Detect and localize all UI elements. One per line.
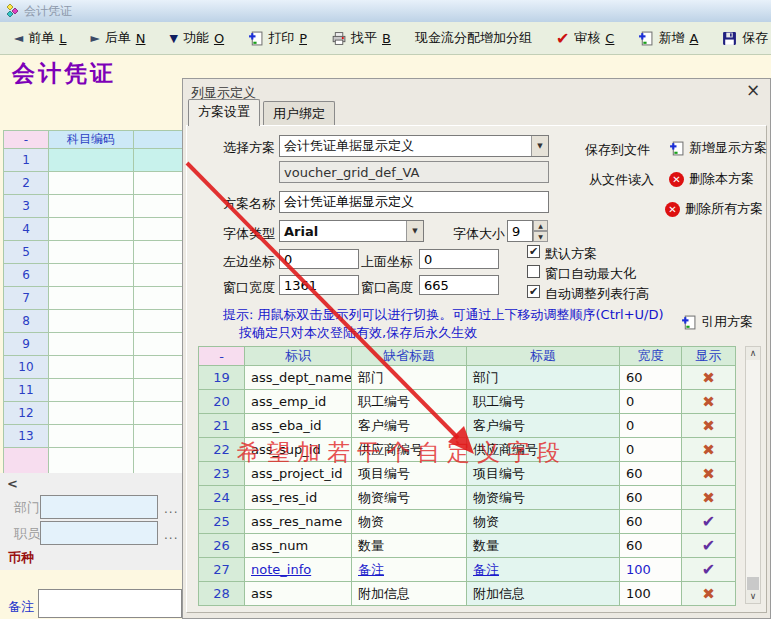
width-cell[interactable]: 60 [620, 366, 682, 390]
voucher-row-number[interactable]: 8 [4, 310, 49, 333]
voucher-cell[interactable] [49, 241, 134, 264]
scroll-up-icon[interactable]: ∧ [746, 347, 760, 360]
font-type-combo[interactable]: Arial ▼ [279, 220, 424, 242]
column-table-row[interactable]: 19ass_dept_name部门部门60✖ [199, 366, 736, 390]
show-check-icon[interactable]: ✔ [682, 558, 736, 582]
next-doc-button[interactable]: ► 后单N [90, 29, 145, 47]
audit-button[interactable]: ✔ 审核C [556, 29, 614, 48]
field-id-cell[interactable]: ass [245, 582, 352, 606]
voucher-cell[interactable] [49, 264, 134, 287]
voucher-cell[interactable] [49, 402, 134, 425]
cash-flow-button[interactable]: 现金流分配 [415, 29, 480, 47]
voucher-row-number[interactable]: 13 [4, 425, 49, 448]
voucher-cell[interactable] [49, 195, 134, 218]
title-cell[interactable]: 物资编号 [467, 486, 620, 510]
voucher-row-number[interactable]: 7 [4, 287, 49, 310]
voucher-cell[interactable] [49, 425, 134, 448]
width-cell[interactable]: 0 [620, 438, 682, 462]
column-table-row[interactable]: 27note_info备注备注100✔ [199, 558, 736, 582]
voucher-row-number[interactable]: 1 [4, 149, 49, 172]
default-title-cell[interactable]: 项目编号 [352, 462, 467, 486]
tab-user-binding[interactable]: 用户绑定 [263, 101, 335, 126]
column-table-row[interactable]: 25ass_res_name物资物资60✔ [199, 510, 736, 534]
voucher-row[interactable]: 6 [4, 264, 183, 287]
column-table-row[interactable]: 20ass_emp_id职工编号职工编号0✖ [199, 390, 736, 414]
show-check-icon[interactable]: ✔ [682, 510, 736, 534]
voucher-cell[interactable] [49, 310, 134, 333]
width-cell[interactable]: 0 [620, 390, 682, 414]
spinner-down-icon[interactable]: ▼ [533, 231, 548, 242]
row-number-cell[interactable]: 26 [199, 534, 245, 558]
width-cell[interactable]: 100 [620, 582, 682, 606]
field-id-cell[interactable]: ass_num [245, 534, 352, 558]
default-title-cell[interactable]: 供应商编号 [352, 438, 467, 462]
voucher-cell[interactable] [134, 241, 183, 264]
voucher-cell[interactable] [134, 172, 183, 195]
show-cross-icon[interactable]: ✖ [682, 390, 736, 414]
column-table-row[interactable]: 21ass_eba_id客户编号客户编号0✖ [199, 414, 736, 438]
default-title-cell[interactable]: 数量 [352, 534, 467, 558]
title-cell[interactable]: 供应商编号 [467, 438, 620, 462]
voucher-cell[interactable] [49, 333, 134, 356]
voucher-row[interactable]: 9 [4, 333, 183, 356]
voucher-cell[interactable] [134, 195, 183, 218]
window-height-field[interactable] [419, 275, 499, 295]
delete-scheme-button[interactable]: ✕ 删除本方案 [669, 170, 754, 188]
default-title-cell[interactable]: 备注 [352, 558, 467, 582]
column-table-row[interactable]: 26ass_num数量数量60✔ [199, 534, 736, 558]
checkbox-auto-row-height[interactable]: ✔ [527, 285, 540, 298]
window-width-field[interactable] [279, 275, 359, 295]
voucher-cell[interactable] [134, 356, 183, 379]
delete-all-schemes-button[interactable]: ✕ 删除所有方案 [665, 200, 763, 218]
show-cross-icon[interactable]: ✖ [682, 366, 736, 390]
font-size-field[interactable] [507, 220, 533, 242]
close-icon[interactable]: × [744, 81, 762, 99]
voucher-row[interactable]: 4 [4, 218, 183, 241]
voucher-row-number[interactable]: 3 [4, 195, 49, 218]
voucher-cell[interactable] [49, 379, 134, 402]
field-id-cell[interactable]: ass_eba_id [245, 414, 352, 438]
voucher-cell[interactable] [134, 402, 183, 425]
voucher-row[interactable]: 3 [4, 195, 183, 218]
voucher-cell[interactable] [134, 264, 183, 287]
voucher-cell[interactable] [134, 379, 183, 402]
voucher-cell[interactable] [134, 149, 183, 172]
width-cell[interactable]: 60 [620, 486, 682, 510]
default-title-cell[interactable]: 部门 [352, 366, 467, 390]
show-cross-icon[interactable]: ✖ [682, 486, 736, 510]
voucher-row-number[interactable]: 10 [4, 356, 49, 379]
default-title-cell[interactable]: 物资编号 [352, 486, 467, 510]
voucher-row[interactable]: 7 [4, 287, 183, 310]
dept-browse-button[interactable]: ... [164, 502, 178, 516]
save-button[interactable]: 保存S [722, 29, 771, 47]
default-title-cell[interactable]: 职工编号 [352, 390, 467, 414]
show-check-icon[interactable]: ✔ [682, 534, 736, 558]
scroll-down-icon[interactable]: ∨ [746, 590, 760, 603]
voucher-cell[interactable] [134, 287, 183, 310]
select-scheme-combo[interactable]: 会计凭证单据显示定义 ▼ [279, 135, 549, 157]
scheme-name-field[interactable] [279, 191, 549, 213]
voucher-row-number[interactable]: 12 [4, 402, 49, 425]
default-title-cell[interactable]: 物资 [352, 510, 467, 534]
voucher-row[interactable]: 11 [4, 379, 183, 402]
save-to-file-button[interactable]: 保存到文件 [585, 141, 650, 159]
dept-field[interactable] [40, 495, 158, 519]
top-coord-field[interactable] [419, 249, 499, 269]
voucher-cell[interactable] [49, 149, 134, 172]
voucher-cell[interactable] [134, 310, 183, 333]
checkbox-auto-maximize[interactable] [527, 265, 540, 278]
default-title-cell[interactable]: 客户编号 [352, 414, 467, 438]
print-button[interactable]: 打印P [248, 29, 307, 47]
voucher-cell[interactable] [49, 356, 134, 379]
voucher-row[interactable]: 1 [4, 149, 183, 172]
field-id-cell[interactable]: ass_sup_id [245, 438, 352, 462]
staff-field[interactable] [40, 521, 158, 545]
prev-doc-button[interactable]: ◄ 前单L [14, 29, 66, 47]
spinner-up-icon[interactable]: ▲ [533, 220, 548, 231]
row-number-cell[interactable]: 27 [199, 558, 245, 582]
voucher-row-number[interactable]: 5 [4, 241, 49, 264]
title-cell[interactable]: 备注 [467, 558, 620, 582]
default-title-cell[interactable]: 附加信息 [352, 582, 467, 606]
title-cell[interactable]: 附加信息 [467, 582, 620, 606]
row-number-cell[interactable]: 22 [199, 438, 245, 462]
